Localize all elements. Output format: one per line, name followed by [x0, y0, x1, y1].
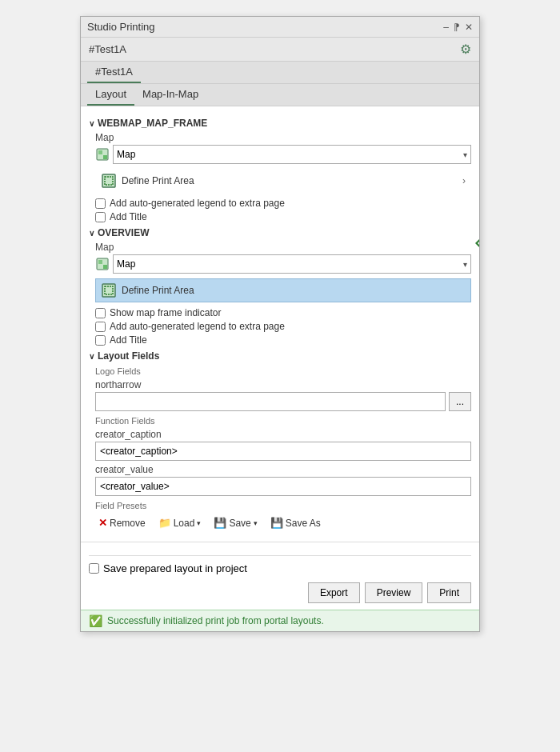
overview-legend-checkbox-row: Add auto-generated legend to extra page — [95, 321, 471, 332]
overview-map-select-row: Map — [95, 254, 471, 274]
webmap-chevron-icon: ∨ — [89, 119, 94, 128]
logo-fields-label: Logo Fields — [95, 366, 471, 376]
preview-button[interactable]: Preview — [365, 582, 423, 603]
tab-bar: Layout Map-In-Map — [81, 84, 479, 106]
webmap-section-label: WEBMAP_MAP_FRAME — [98, 118, 207, 129]
close-button[interactable]: ✕ — [465, 22, 473, 33]
remove-button[interactable]: ✕ Remove — [95, 515, 149, 530]
webmap-define-print-area-row[interactable]: Define Print Area › — [95, 169, 471, 193]
overview-indicator-label: Show map frame indicator — [110, 307, 221, 318]
svg-rect-7 — [103, 265, 107, 269]
webmap-map-icon — [95, 147, 110, 162]
bottom-buttons: Export Preview Print — [89, 582, 471, 603]
bottom-section: Save prepared layout in project Export P… — [81, 542, 479, 610]
active-tab-bar: #Test1A — [81, 62, 479, 84]
pin-button[interactable]: ⁋ — [454, 22, 460, 33]
status-bar: ✅ Successfully initialized print job fro… — [81, 610, 479, 631]
overview-define-print-label: Define Print Area — [122, 285, 194, 296]
layout-fields-group: Logo Fields northarrow ... Function Fiel… — [95, 366, 471, 530]
save-as-icon: 💾 — [270, 517, 283, 529]
print-button[interactable]: Print — [427, 582, 471, 603]
header-title: #Test1A — [89, 43, 126, 55]
content-area: ∨ WEBMAP_MAP_FRAME Map Map — [81, 106, 479, 542]
load-button[interactable]: 📁 Load ▾ — [155, 515, 205, 530]
overview-title-checkbox-row: Add Title — [95, 334, 471, 346]
webmap-section-header[interactable]: ∨ WEBMAP_MAP_FRAME — [89, 118, 471, 129]
webmap-field-group: Map Map — [95, 132, 471, 222]
webmap-map-select-row: Map — [95, 145, 471, 164]
save-layout-label: Save prepared layout in project — [103, 562, 247, 574]
main-window: Studio Printing – ⁋ ✕ #Test1A ⚙ #Test1A … — [80, 16, 480, 632]
remove-label: Remove — [110, 518, 146, 529]
webmap-map-select[interactable]: Map — [113, 145, 471, 164]
overview-section: ∨ OVERVIEW Note the optional OVERVIEW ma… — [89, 227, 471, 346]
webmap-map-select-wrapper[interactable]: Map — [113, 145, 471, 164]
creator-value-row — [95, 477, 471, 496]
save-icon: 💾 — [214, 517, 226, 529]
northarrow-label: northarrow — [95, 379, 471, 390]
creator-caption-input[interactable] — [95, 442, 471, 461]
webmap-legend-checkbox[interactable] — [95, 198, 106, 209]
field-presets-label: Field Presets — [95, 501, 471, 510]
northarrow-row: ... — [95, 392, 471, 411]
webmap-legend-checkbox-row: Add auto-generated legend to extra page — [95, 198, 471, 209]
tab-map-in-map[interactable]: Map-In-Map — [134, 84, 206, 106]
title-bar: Studio Printing – ⁋ ✕ — [81, 17, 479, 38]
overview-section-header[interactable]: ∨ OVERVIEW Note the optional OVERVIEW ma… — [89, 227, 471, 238]
creator-value-label: creator_value — [95, 464, 471, 475]
save-layout-checkbox[interactable] — [89, 563, 99, 574]
creator-caption-label: creator_caption — [95, 429, 471, 440]
svg-rect-6 — [98, 260, 102, 264]
overview-map-icon — [95, 257, 110, 271]
save-as-button[interactable]: 💾 Save As — [267, 515, 324, 530]
overview-legend-checkbox[interactable] — [95, 322, 106, 332]
load-dropdown-icon: ▾ — [197, 519, 201, 527]
save-as-label: Save As — [286, 518, 321, 529]
status-text: Successfully initialized print job from … — [107, 615, 324, 626]
overview-map-label: Map — [95, 242, 471, 253]
overview-title-checkbox[interactable] — [95, 335, 106, 346]
layout-fields-label: Layout Fields — [98, 350, 159, 362]
layout-fields-section-header[interactable]: ∨ Layout Fields — [89, 350, 471, 362]
creator-caption-row — [95, 442, 471, 461]
overview-define-print-icon — [101, 282, 117, 298]
webmap-title-checkbox[interactable] — [95, 212, 106, 222]
load-label: Load — [174, 518, 195, 529]
northarrow-browse-button[interactable]: ... — [449, 392, 471, 411]
save-label: Save — [229, 518, 250, 529]
export-button[interactable]: Export — [308, 582, 360, 603]
function-fields-label: Function Fields — [95, 416, 471, 426]
save-dropdown-icon: ▾ — [254, 519, 258, 527]
overview-map-select-wrapper[interactable]: Map — [113, 254, 471, 274]
window-controls: – ⁋ ✕ — [443, 22, 473, 33]
overview-chevron-icon: ∨ — [89, 229, 94, 238]
svg-rect-2 — [103, 155, 107, 159]
webmap-title-label: Add Title — [110, 211, 147, 222]
bottom-divider — [89, 555, 471, 556]
overview-indicator-checkbox-row: Show map frame indicator — [95, 307, 471, 318]
window-title: Studio Printing — [87, 21, 155, 33]
overview-indicator-checkbox[interactable] — [95, 308, 106, 318]
status-icon: ✅ — [89, 614, 102, 627]
remove-icon: ✕ — [98, 517, 107, 529]
field-presets-row: ✕ Remove 📁 Load ▾ 💾 Save ▾ 💾 Save As — [95, 515, 471, 530]
overview-map-select[interactable]: Map — [113, 254, 471, 274]
save-layout-row: Save prepared layout in project — [89, 562, 471, 574]
northarrow-input[interactable] — [95, 392, 446, 411]
overview-field-group: Map Map — [95, 242, 471, 346]
svg-rect-1 — [98, 150, 102, 154]
creator-value-input[interactable] — [95, 477, 471, 496]
layout-fields-chevron-icon: ∨ — [89, 352, 94, 361]
overview-title-label: Add Title — [110, 334, 147, 346]
gear-icon[interactable]: ⚙ — [460, 42, 471, 57]
webmap-arrow-right-icon: › — [462, 175, 466, 186]
save-button[interactable]: 💾 Save ▾ — [210, 515, 260, 530]
overview-define-print-area-row[interactable]: Define Print Area — [95, 278, 471, 302]
load-icon: 📁 — [158, 517, 171, 529]
webmap-legend-label: Add auto-generated legend to extra page — [110, 198, 285, 209]
webmap-title-checkbox-row: Add Title — [95, 211, 471, 222]
webmap-define-print-icon — [101, 173, 117, 189]
tab-layout[interactable]: Layout — [87, 84, 134, 106]
minimize-button[interactable]: – — [443, 22, 449, 33]
active-tab-label: #Test1A — [87, 62, 141, 83]
